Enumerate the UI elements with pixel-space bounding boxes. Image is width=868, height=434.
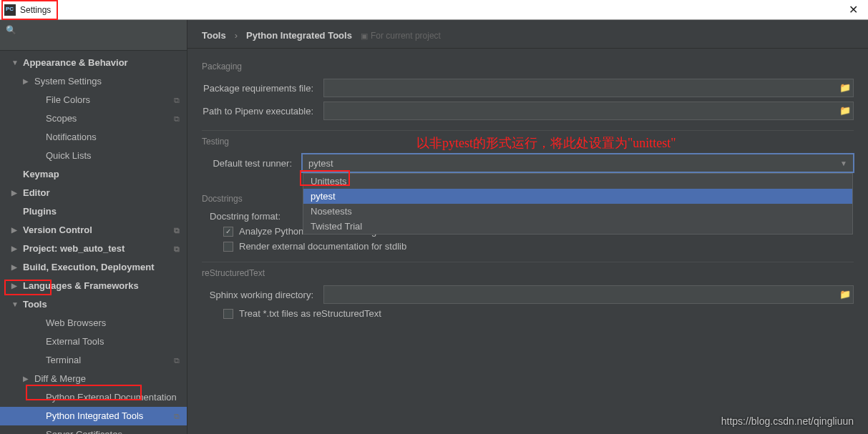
sidebar-item-appearance-behavior[interactable]: ▼Appearance & Behavior: [0, 54, 187, 72]
sidebar-item-server-certificates[interactable]: Server Certificates: [0, 425, 187, 434]
sidebar-item-label: System Settings: [34, 74, 102, 89]
sidebar-item-label: Plugins: [23, 204, 57, 219]
sidebar-item-plugins[interactable]: Plugins: [0, 202, 187, 221]
sidebar-item-terminal[interactable]: Terminal⧉: [0, 351, 187, 370]
project-scope-icon: ⧉: [174, 93, 180, 107]
sidebar-item-label: Tools: [23, 297, 47, 312]
project-scope-icon: ⧉: [174, 112, 180, 126]
form-area: Packaging Package requirements file: 📁 P…: [187, 49, 868, 330]
input-pipenv-path[interactable]: [323, 102, 854, 120]
sidebar-item-label: Editor: [23, 186, 50, 200]
sidebar-item-languages-frameworks[interactable]: ▶Languages & Frameworks: [0, 277, 187, 295]
sidebar-item-label: Server Certificates: [46, 428, 122, 434]
search-icon: 🔍: [6, 25, 16, 35]
sidebar-item-label: Diff & Merge: [34, 372, 86, 386]
dropdown-option-nosetests[interactable]: Nosetests: [303, 204, 852, 219]
main-panel: Tools › Python Integrated Tools ▣For cur…: [187, 20, 868, 434]
checkbox-treat-txt[interactable]: [223, 309, 233, 319]
sidebar-item-python-integrated-tools[interactable]: Python Integrated Tools⧉: [0, 407, 187, 425]
sidebar-item-diff-merge[interactable]: ▶Diff & Merge: [0, 370, 187, 388]
chevron-down-icon: ▼: [11, 56, 20, 70]
label-test-runner: Default test runner:: [202, 158, 302, 169]
sidebar-item-label: Build, Execution, Deployment: [23, 260, 154, 275]
chevron-right-icon: ›: [235, 30, 238, 41]
input-sphinx-dir[interactable]: [323, 285, 854, 304]
sidebar: 🔍 ▼Appearance & Behavior▶System Settings…: [0, 20, 187, 434]
project-icon: ▣: [361, 31, 368, 40]
label-treat-txt: Treat *.txt files as reStructuredText: [239, 308, 381, 319]
chevron-right-icon: ▶: [11, 223, 20, 237]
chevron-right-icon: ▶: [11, 186, 20, 200]
browse-icon[interactable]: 📁: [838, 287, 852, 301]
sidebar-item-label: Project: web_auto_test: [23, 242, 125, 256]
label-pipenv-path: Path to Pipenv executable:: [202, 106, 323, 117]
chevron-down-icon: ▼: [11, 297, 20, 312]
select-value: pytest: [308, 158, 333, 169]
window-title: Settings: [20, 5, 51, 15]
checkbox-render-stdlib[interactable]: [223, 242, 233, 252]
chevron-right-icon: ▶: [23, 74, 31, 89]
label-render-stdlib: Render external documentation for stdlib: [239, 241, 406, 252]
section-testing: Testing: [202, 137, 854, 147]
chevron-right-icon: ▶: [11, 279, 20, 293]
dropdown-option-twisted-trial[interactable]: Twisted Trial: [303, 219, 852, 234]
checkbox-analyze-docstrings[interactable]: [223, 227, 233, 237]
section-packaging: Packaging: [202, 61, 854, 71]
chevron-right-icon: ▶: [23, 372, 31, 386]
watermark: https://blog.csdn.net/qingliuun: [721, 415, 854, 427]
project-scope-icon: ⧉: [174, 242, 180, 256]
sidebar-item-label: Python Integrated Tools: [46, 409, 143, 423]
breadcrumb-current: Python Integrated Tools: [246, 30, 352, 41]
select-test-runner[interactable]: pytest ▼ UnittestspytestNosetestsTwisted…: [302, 154, 854, 172]
project-scope-icon: ⧉: [174, 353, 180, 368]
project-scope-icon: ⧉: [174, 409, 180, 423]
sidebar-item-label: Languages & Frameworks: [23, 279, 139, 293]
sidebar-item-file-colors[interactable]: File Colors⧉: [0, 91, 187, 109]
scope-label: ▣For current project: [361, 31, 441, 41]
sidebar-item-label: Notifications: [46, 130, 97, 144]
sidebar-item-notifications[interactable]: Notifications: [0, 128, 187, 147]
search-input[interactable]: [6, 35, 181, 46]
sidebar-item-label: Appearance & Behavior: [23, 56, 128, 70]
search-box[interactable]: 🔍: [0, 20, 187, 51]
test-runner-dropdown: UnittestspytestNosetestsTwisted Trial: [303, 173, 853, 235]
label-requirements-file: Package requirements file:: [202, 83, 323, 94]
sidebar-item-label: Python External Documentation: [46, 390, 177, 405]
browse-icon[interactable]: 📁: [838, 80, 852, 94]
sidebar-item-label: Version Control: [23, 223, 92, 237]
sidebar-item-editor[interactable]: ▶Editor: [0, 184, 187, 202]
sidebar-item-label: Keymap: [23, 167, 59, 182]
label-docstring-format: Docstring format:: [202, 211, 291, 222]
project-scope-icon: ⧉: [174, 223, 180, 237]
sidebar-item-build-execution-deployment[interactable]: ▶Build, Execution, Deployment: [0, 258, 187, 277]
sidebar-item-project-web-auto-test[interactable]: ▶Project: web_auto_test⧉: [0, 240, 187, 258]
sidebar-item-python-external-documentation[interactable]: Python External Documentation: [0, 388, 187, 407]
chevron-right-icon: ▶: [11, 242, 20, 256]
chevron-down-icon: ▼: [840, 159, 847, 167]
pycharm-icon: [4, 4, 16, 16]
sidebar-item-scopes[interactable]: Scopes⧉: [0, 109, 187, 128]
titlebar: Settings ✕: [0, 0, 868, 20]
section-rst: reStructuredText: [202, 268, 854, 278]
input-requirements-file[interactable]: [323, 79, 854, 97]
sidebar-item-label: Terminal: [46, 353, 81, 368]
sidebar-item-label: External Tools: [46, 335, 104, 349]
sidebar-item-web-browsers[interactable]: Web Browsers: [0, 314, 187, 332]
sidebar-item-quick-lists[interactable]: Quick Lists: [0, 147, 187, 165]
chevron-right-icon: ▶: [11, 260, 20, 275]
browse-icon[interactable]: 📁: [838, 103, 852, 117]
sidebar-item-external-tools[interactable]: External Tools: [0, 332, 187, 351]
breadcrumb: Tools › Python Integrated Tools ▣For cur…: [187, 20, 868, 49]
settings-tree: ▼Appearance & Behavior▶System SettingsFi…: [0, 51, 187, 434]
sidebar-item-label: Scopes: [46, 112, 77, 126]
sidebar-item-keymap[interactable]: Keymap: [0, 165, 187, 184]
sidebar-item-system-settings[interactable]: ▶System Settings: [0, 72, 187, 91]
sidebar-item-label: Quick Lists: [46, 149, 92, 163]
sidebar-item-tools[interactable]: ▼Tools: [0, 295, 187, 314]
dropdown-option-unittests[interactable]: Unittests: [303, 174, 852, 189]
dropdown-option-pytest[interactable]: pytest: [303, 189, 852, 204]
sidebar-item-version-control[interactable]: ▶Version Control⧉: [0, 221, 187, 240]
close-icon[interactable]: ✕: [843, 3, 864, 16]
breadcrumb-parent[interactable]: Tools: [202, 30, 226, 41]
label-sphinx-dir: Sphinx working directory:: [202, 290, 323, 300]
